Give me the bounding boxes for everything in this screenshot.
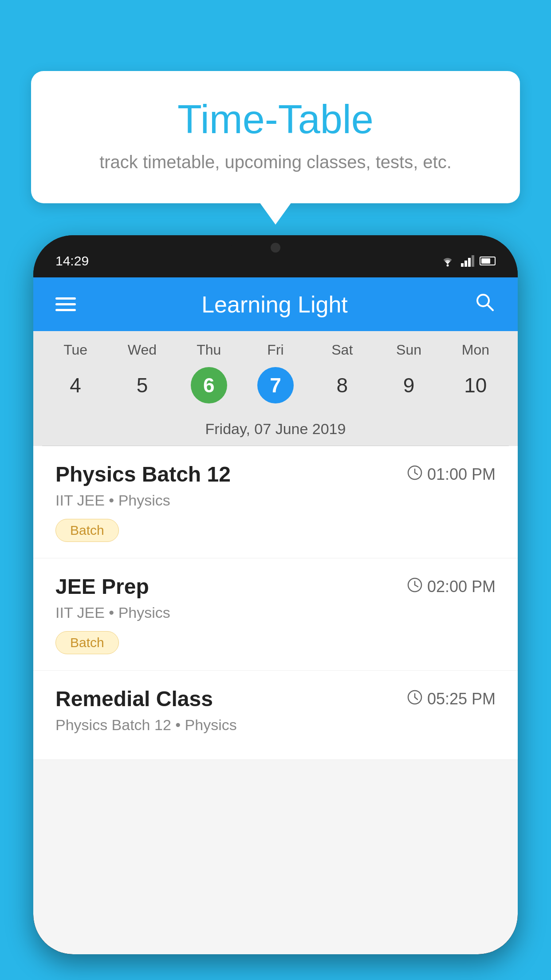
weekday-sat: Sat [309,342,375,358]
clock-icon-2 [407,577,423,597]
schedule-item-2[interactable]: JEE Prep 02:00 PM [33,558,518,671]
camera-dot [271,243,280,253]
weekdays-row: Tue Wed Thu Fri Sat Sun Mon [42,342,509,358]
schedule-item-1-time: 01:00 PM [407,465,496,484]
phone-wrapper: 14:29 [33,235,518,980]
schedule-item-3-title: Remedial Class [55,687,213,711]
tooltip-card: Time-Table track timetable, upcoming cla… [31,71,520,203]
date-4[interactable]: 4 [42,365,109,405]
date-6[interactable]: 6 [176,365,242,405]
schedule-item-2-time: 02:00 PM [407,577,496,597]
status-time: 14:29 [55,253,89,269]
tooltip-title: Time-Table [67,98,484,142]
schedule-item-2-title: JEE Prep [55,574,149,599]
date-today-circle[interactable]: 6 [191,367,227,403]
svg-point-0 [447,264,449,266]
notch [231,235,320,260]
date-selected-circle[interactable]: 7 [257,367,294,403]
svg-line-9 [415,473,417,474]
dates-row: 4 5 6 7 8 9 10 [42,365,509,414]
schedule-item-3[interactable]: Remedial Class 05:25 PM [33,671,518,760]
svg-rect-3 [468,258,471,267]
schedule-item-1-badge: Batch [55,519,119,542]
schedule-item-3-time: 05:25 PM [407,689,496,709]
svg-rect-2 [464,261,467,267]
weekday-mon: Mon [442,342,509,358]
schedule-item-2-header: JEE Prep 02:00 PM [55,574,496,599]
svg-line-6 [488,305,493,310]
schedule-item-1-meta: IIT JEE • Physics [55,492,496,509]
status-bar: 14:29 [33,235,518,277]
weekday-tue: Tue [42,342,109,358]
phone-frame: 14:29 [33,235,518,954]
date-10[interactable]: 10 [442,365,509,405]
schedule-item-1[interactable]: Physics Batch 12 01:00 PM [33,446,518,558]
app-title: Learning Light [201,291,348,318]
schedule-list: Physics Batch 12 01:00 PM [33,446,518,760]
battery-icon [480,257,496,265]
status-icons [440,255,496,267]
date-7[interactable]: 7 [242,365,309,405]
search-button[interactable] [473,291,496,318]
weekday-wed: Wed [109,342,175,358]
wifi-icon [440,255,456,267]
weekday-thu: Thu [176,342,242,358]
date-5[interactable]: 5 [109,365,175,405]
svg-rect-4 [472,255,474,267]
schedule-item-1-header: Physics Batch 12 01:00 PM [55,462,496,486]
svg-line-15 [415,697,417,699]
hamburger-menu-button[interactable] [55,297,76,311]
signal-icon [461,255,474,267]
schedule-item-3-header: Remedial Class 05:25 PM [55,687,496,711]
tooltip-subtitle: track timetable, upcoming classes, tests… [67,152,484,172]
clock-icon-1 [407,465,423,484]
calendar-header: Tue Wed Thu Fri Sat Sun Mon 4 5 6 7 [33,331,518,446]
schedule-item-3-meta: Physics Batch 12 • Physics [55,716,496,734]
weekday-sun: Sun [375,342,442,358]
date-9[interactable]: 9 [375,365,442,405]
weekday-fri: Fri [242,342,309,358]
clock-icon-3 [407,689,423,709]
app-header: Learning Light [33,277,518,331]
phone-screen: Learning Light Tue Wed Thu Fri Sat Sun [33,277,518,954]
schedule-item-1-title: Physics Batch 12 [55,462,231,486]
schedule-item-2-meta: IIT JEE • Physics [55,604,496,621]
svg-rect-1 [461,263,464,267]
date-8[interactable]: 8 [309,365,375,405]
svg-line-12 [415,585,418,587]
selected-date-label: Friday, 07 June 2019 [42,414,509,446]
schedule-item-2-badge: Batch [55,631,119,654]
